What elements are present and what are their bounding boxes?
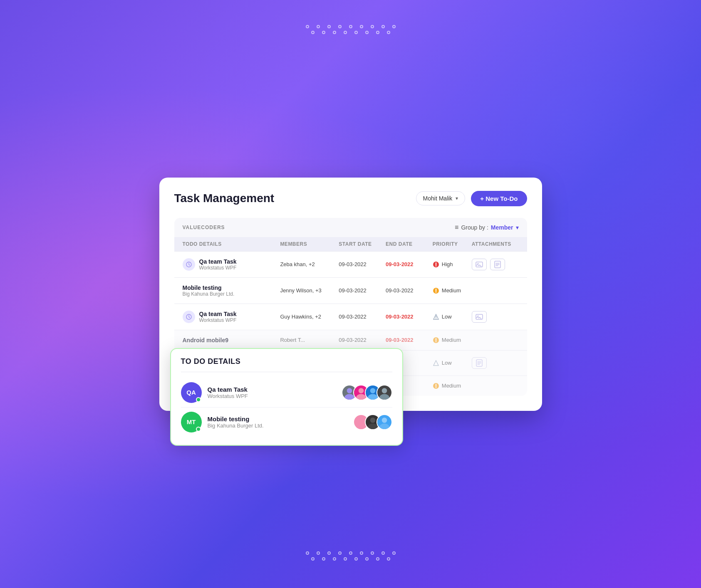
priority: Low xyxy=(433,360,472,366)
svg-point-18 xyxy=(370,388,375,393)
svg-point-16 xyxy=(358,388,364,393)
table-row[interactable]: Qa team Task Workstatus WPF Guy Hawkins,… xyxy=(174,304,527,330)
svg-point-23 xyxy=(356,423,366,430)
svg-marker-11 xyxy=(433,361,438,366)
popup-task-name: Qa team Task xyxy=(208,386,248,393)
members: Guy Hawkins, +2 xyxy=(280,314,339,320)
col-start-date: START DATE xyxy=(339,241,386,247)
status-dot xyxy=(196,397,201,402)
task-info: Qa team Task Workstatus WPF xyxy=(183,258,280,271)
priority-label: Low xyxy=(442,314,452,320)
start-date: 09-03-2022 xyxy=(339,261,386,267)
task-name: Android mobile9 xyxy=(183,337,228,343)
priority: Medium xyxy=(433,383,472,389)
end-date: 09-03-2022 xyxy=(386,261,433,267)
dot xyxy=(344,557,347,561)
task-details: Qa team Task Workstatus WPF xyxy=(199,258,237,271)
svg-point-3 xyxy=(477,263,478,264)
popup-item-left: MT Mobile testing Big Kahuna Burger Ltd. xyxy=(181,412,264,432)
priority-label: Medium xyxy=(442,383,461,389)
task-avatar-qa: QA xyxy=(181,382,202,403)
doc-attachment-icon xyxy=(490,259,505,270)
priority: Low xyxy=(433,314,472,320)
priority: High xyxy=(433,261,472,268)
dot xyxy=(387,557,390,561)
popup-task-name: Mobile testing xyxy=(208,415,264,422)
low-priority-icon xyxy=(433,314,439,320)
section-label: VALUECODERS xyxy=(183,225,225,230)
member-avatar xyxy=(377,385,392,400)
group-by-control: ≡ Group by : Member ▾ xyxy=(455,224,518,231)
task-info: Mobile testing Big Kahuna Burger Ltd. xyxy=(183,284,280,297)
dot xyxy=(306,551,309,555)
dot xyxy=(344,31,347,34)
new-todo-button[interactable]: + New To-Do xyxy=(471,191,527,206)
dot xyxy=(338,25,342,28)
dot xyxy=(354,557,358,561)
dot xyxy=(327,25,331,28)
dot xyxy=(322,557,325,561)
table-row[interactable]: Qa team Task Workstatus WPF Zeba khan, +… xyxy=(174,251,527,277)
svg-point-14 xyxy=(347,388,352,393)
dot xyxy=(338,551,342,555)
dot xyxy=(360,551,363,555)
high-priority-icon xyxy=(433,261,439,268)
chevron-down-icon: ▾ xyxy=(456,195,458,201)
task-subtask: Big Kahuna Burger Ltd. xyxy=(183,291,235,297)
header: Task Management Mohit Malik ▾ + New To-D… xyxy=(174,191,527,206)
popup-item[interactable]: MT Mobile testing Big Kahuna Burger Ltd. xyxy=(181,407,392,437)
table-section: VALUECODERS ≡ Group by : Member ▾ TODO D… xyxy=(174,218,527,396)
priority-label: Medium xyxy=(442,337,461,343)
popup-divider xyxy=(181,372,392,372)
popup-item[interactable]: QA Qa team Task Workstatus WPF xyxy=(181,378,392,407)
col-priority: PRIORITY xyxy=(433,241,472,247)
group-by-label: Group by : xyxy=(461,224,488,231)
col-todo-details: TODO DETAILS xyxy=(183,241,280,247)
end-date: 09-03-2022 xyxy=(386,314,433,320)
end-date: 09-03-2022 xyxy=(386,337,433,343)
priority-label: High xyxy=(442,261,453,267)
task-details: Mobile testing Big Kahuna Burger Ltd. xyxy=(183,284,235,297)
image-attachment-icon xyxy=(472,311,487,323)
group-by-value[interactable]: Member xyxy=(491,224,513,231)
attachments xyxy=(472,259,519,270)
popup-member-avatars xyxy=(342,385,392,400)
popup-task-info: Qa team Task Workstatus WPF xyxy=(208,386,248,399)
table-row[interactable]: Android mobile9 Robert T... 09-03-2022 0… xyxy=(174,330,527,350)
dot xyxy=(392,551,396,555)
task-name: Mobile testing xyxy=(183,284,235,291)
task-name: Qa team Task xyxy=(199,258,237,265)
dot xyxy=(349,551,352,555)
status-dot xyxy=(196,427,201,432)
task-avatar-mt: MT xyxy=(181,412,202,432)
task-info: Android mobile9 xyxy=(183,337,280,343)
clock-icon xyxy=(183,258,195,271)
svg-point-17 xyxy=(356,394,366,400)
members: Zeba khan, +2 xyxy=(280,261,339,267)
col-members: MEMBERS xyxy=(280,241,339,247)
dot xyxy=(333,557,336,561)
popup-title: TO DO DETAILS xyxy=(181,357,392,366)
user-name: Mohit Malik xyxy=(423,195,453,202)
svg-point-25 xyxy=(368,423,377,430)
section-header: VALUECODERS ≡ Group by : Member ▾ xyxy=(174,218,527,237)
page-title: Task Management xyxy=(174,192,275,205)
start-date: 09-03-2022 xyxy=(339,287,386,294)
attachments xyxy=(472,357,519,369)
image-attachment-icon xyxy=(472,259,487,270)
table-row[interactable]: Mobile testing Big Kahuna Burger Ltd. Je… xyxy=(174,277,527,304)
task-name: Qa team Task xyxy=(199,311,237,317)
svg-point-24 xyxy=(370,418,375,423)
svg-rect-8 xyxy=(476,314,483,319)
priority: Medium xyxy=(433,287,472,294)
table-header: TODO DETAILS MEMBERS START DATE END DATE… xyxy=(174,237,527,251)
dot xyxy=(365,557,369,561)
dot xyxy=(381,25,385,28)
dot xyxy=(371,25,374,28)
user-dropdown[interactable]: Mohit Malik ▾ xyxy=(416,191,466,205)
filter-icon: ≡ xyxy=(455,224,458,231)
dot xyxy=(387,31,390,34)
header-actions: Mohit Malik ▾ + New To-Do xyxy=(416,191,527,206)
popup-task-subtask: Big Kahuna Burger Ltd. xyxy=(208,422,264,429)
task-subtask: Workstatus WPF xyxy=(199,317,237,323)
